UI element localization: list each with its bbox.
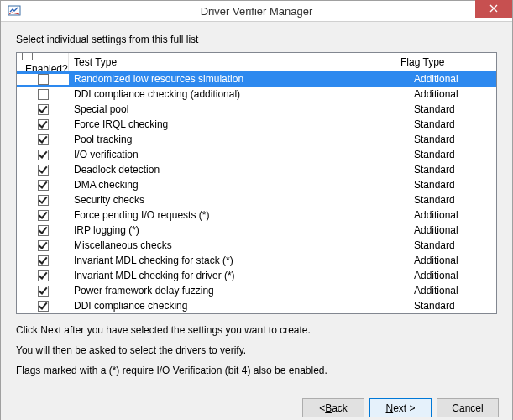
row-test-type: Miscellaneous checks bbox=[69, 239, 409, 251]
row-checkbox[interactable] bbox=[38, 270, 49, 281]
note-line-2: You will then be asked to select the dri… bbox=[16, 344, 497, 356]
row-checkbox[interactable] bbox=[38, 195, 49, 206]
row-test-type: Security checks bbox=[69, 194, 409, 206]
list-body[interactable]: Randomized low resources simulationAddit… bbox=[17, 71, 496, 313]
table-row[interactable]: Miscellaneous checksStandard bbox=[17, 238, 496, 253]
content-area: Select individual settings from this ful… bbox=[1, 22, 512, 391]
row-checkbox-cell[interactable] bbox=[17, 119, 69, 130]
row-flag-type: Additional bbox=[409, 209, 496, 221]
table-row[interactable]: I/O verificationStandard bbox=[17, 147, 496, 162]
row-checkbox-cell[interactable] bbox=[17, 150, 69, 160]
row-checkbox-cell[interactable] bbox=[17, 255, 69, 266]
table-row[interactable]: Special poolStandard bbox=[17, 102, 496, 117]
instruction-text: Select individual settings from this ful… bbox=[16, 34, 497, 45]
row-flag-type: Standard bbox=[409, 300, 496, 312]
table-row[interactable]: DDI compliance checking (additional)Addi… bbox=[17, 87, 496, 102]
close-button[interactable] bbox=[475, 0, 512, 18]
row-checkbox[interactable] bbox=[38, 180, 49, 191]
row-test-type: IRP logging (*) bbox=[69, 224, 409, 236]
table-row[interactable]: DMA checkingStandard bbox=[17, 177, 496, 192]
header-checkbox[interactable] bbox=[22, 52, 33, 60]
row-checkbox-cell[interactable] bbox=[17, 89, 69, 100]
row-test-type: DDI compliance checking bbox=[69, 300, 409, 312]
row-checkbox-cell[interactable] bbox=[17, 210, 69, 221]
table-row[interactable]: Security checksStandard bbox=[17, 192, 496, 207]
column-test[interactable]: Test Type bbox=[69, 54, 395, 71]
column-flag[interactable]: Flag Type bbox=[395, 54, 496, 71]
note-line-3: Flags marked with a (*) require I/O Veri… bbox=[16, 365, 497, 376]
row-checkbox[interactable] bbox=[38, 104, 49, 115]
row-checkbox[interactable] bbox=[38, 286, 49, 297]
table-row[interactable]: Invariant MDL checking for stack (*)Addi… bbox=[17, 253, 496, 268]
cancel-button[interactable]: Cancel bbox=[437, 398, 499, 417]
table-row[interactable]: Randomized low resources simulationAddit… bbox=[17, 71, 496, 87]
row-flag-type: Standard bbox=[409, 194, 496, 206]
row-checkbox-cell[interactable] bbox=[17, 180, 69, 191]
row-checkbox[interactable] bbox=[38, 119, 49, 130]
row-checkbox-cell[interactable] bbox=[17, 301, 69, 312]
table-row[interactable]: Power framework delay fuzzingAdditional bbox=[17, 283, 496, 298]
table-row[interactable]: Force pending I/O requests (*)Additional bbox=[17, 207, 496, 223]
row-flag-type: Additional bbox=[409, 255, 496, 266]
table-row[interactable]: Deadlock detectionStandard bbox=[17, 162, 496, 177]
row-checkbox-cell[interactable] bbox=[17, 270, 69, 281]
row-checkbox[interactable] bbox=[38, 134, 49, 145]
row-checkbox[interactable] bbox=[38, 225, 49, 236]
row-checkbox-cell[interactable] bbox=[17, 195, 69, 206]
row-flag-type: Additional bbox=[409, 88, 496, 100]
row-checkbox[interactable] bbox=[38, 240, 49, 251]
next-button[interactable]: Next > bbox=[369, 398, 432, 417]
row-test-type: Invariant MDL checking for stack (*) bbox=[69, 255, 409, 266]
row-test-type: Power framework delay fuzzing bbox=[69, 285, 409, 297]
footer-notes: Click Next after you have selected the s… bbox=[16, 324, 497, 385]
row-checkbox[interactable] bbox=[38, 150, 49, 160]
row-checkbox[interactable] bbox=[38, 301, 49, 312]
row-checkbox[interactable] bbox=[38, 255, 49, 266]
dialog-window: Driver Verifier Manager Select individua… bbox=[0, 0, 513, 420]
back-button[interactable]: < Back bbox=[302, 398, 364, 417]
list-header: Enabled? Test Type Flag Type bbox=[17, 53, 496, 71]
row-checkbox[interactable] bbox=[38, 165, 49, 176]
row-test-type: DMA checking bbox=[69, 179, 409, 191]
row-test-type: Deadlock detection bbox=[69, 164, 409, 176]
row-checkbox-cell[interactable] bbox=[17, 225, 69, 236]
row-checkbox-cell[interactable] bbox=[17, 286, 69, 297]
row-flag-type: Additional bbox=[409, 270, 496, 281]
row-test-type: Special pool bbox=[69, 103, 409, 115]
row-flag-type: Additional bbox=[409, 73, 496, 85]
row-flag-type: Standard bbox=[409, 103, 496, 115]
row-checkbox-cell[interactable] bbox=[17, 240, 69, 251]
row-test-type: Randomized low resources simulation bbox=[69, 73, 409, 85]
titlebar: Driver Verifier Manager bbox=[1, 1, 512, 22]
row-test-type: Pool tracking bbox=[69, 134, 409, 145]
table-row[interactable]: Pool trackingStandard bbox=[17, 132, 496, 147]
row-flag-type: Standard bbox=[409, 134, 496, 145]
app-icon bbox=[4, 1, 24, 21]
row-checkbox[interactable] bbox=[38, 89, 49, 100]
row-flag-type: Standard bbox=[409, 118, 496, 130]
row-checkbox-cell[interactable] bbox=[17, 165, 69, 176]
table-row[interactable]: IRP logging (*)Additional bbox=[17, 223, 496, 238]
row-flag-type: Standard bbox=[409, 239, 496, 251]
row-flag-type: Standard bbox=[409, 164, 496, 176]
row-test-type: Force IRQL checking bbox=[69, 118, 409, 130]
table-row[interactable]: Invariant MDL checking for driver (*)Add… bbox=[17, 268, 496, 283]
row-flag-type: Additional bbox=[409, 224, 496, 236]
row-checkbox[interactable] bbox=[38, 210, 49, 221]
table-row[interactable]: DDI compliance checkingStandard bbox=[17, 298, 496, 313]
row-flag-type: Additional bbox=[409, 285, 496, 297]
note-line-1: Click Next after you have selected the s… bbox=[16, 324, 497, 336]
row-checkbox-cell[interactable] bbox=[17, 104, 69, 115]
row-test-type: Invariant MDL checking for driver (*) bbox=[69, 270, 409, 281]
button-bar: < Back Next > Cancel bbox=[1, 391, 512, 420]
row-test-type: DDI compliance checking (additional) bbox=[69, 88, 409, 100]
table-row[interactable]: Force IRQL checkingStandard bbox=[17, 117, 496, 132]
row-flag-type: Standard bbox=[409, 149, 496, 160]
row-test-type: I/O verification bbox=[69, 149, 409, 160]
row-checkbox[interactable] bbox=[38, 74, 49, 85]
settings-list[interactable]: Enabled? Test Type Flag Type Randomized … bbox=[16, 52, 497, 314]
row-checkbox-cell[interactable] bbox=[17, 134, 69, 145]
window-title: Driver Verifier Manager bbox=[1, 5, 512, 18]
row-checkbox-cell[interactable] bbox=[17, 74, 69, 85]
row-flag-type: Standard bbox=[409, 179, 496, 191]
